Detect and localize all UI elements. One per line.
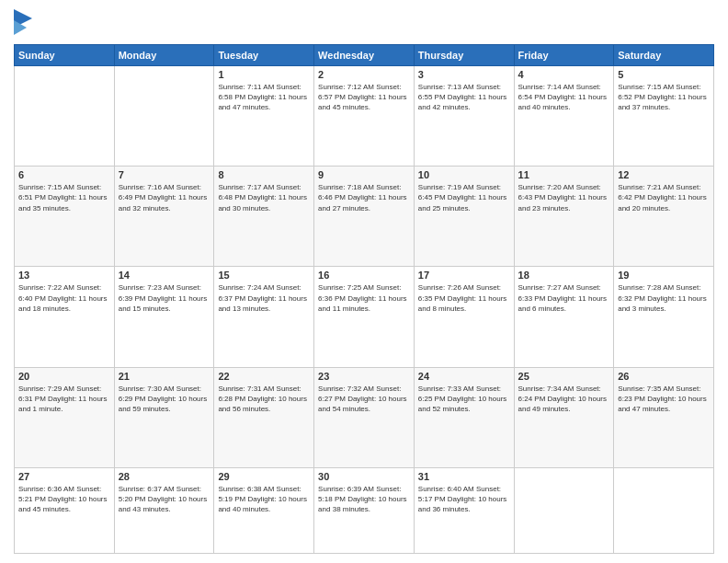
day-number: 21 <box>119 371 210 382</box>
cell-info: Sunrise: 7:26 AM Sunset: 6:35 PM Dayligh… <box>418 282 510 314</box>
day-number: 1 <box>218 69 310 80</box>
cell-info: Sunrise: 7:32 AM Sunset: 6:27 PM Dayligh… <box>318 384 410 415</box>
calendar-cell <box>514 467 614 553</box>
calendar-cell: 24Sunrise: 7:33 AM Sunset: 6:25 PM Dayli… <box>414 367 514 467</box>
logo-icon <box>14 9 32 37</box>
calendar-cell: 4Sunrise: 7:14 AM Sunset: 6:54 PM Daylig… <box>514 66 614 167</box>
day-number: 30 <box>318 471 410 482</box>
calendar-cell: 14Sunrise: 7:23 AM Sunset: 6:39 PM Dayli… <box>114 267 214 367</box>
calendar-cell: 26Sunrise: 7:35 AM Sunset: 6:23 PM Dayli… <box>614 367 714 467</box>
calendar-cell: 11Sunrise: 7:20 AM Sunset: 6:43 PM Dayli… <box>514 167 614 267</box>
calendar-cell: 25Sunrise: 7:34 AM Sunset: 6:24 PM Dayli… <box>514 367 614 467</box>
calendar-week-row: 20Sunrise: 7:29 AM Sunset: 6:31 PM Dayli… <box>15 367 714 467</box>
day-number: 24 <box>418 371 510 382</box>
day-number: 26 <box>618 371 710 382</box>
calendar-week-row: 27Sunrise: 6:36 AM Sunset: 5:21 PM Dayli… <box>15 467 714 553</box>
day-number: 9 <box>318 169 410 180</box>
calendar-header-monday: Monday <box>114 45 214 66</box>
calendar-cell <box>15 66 115 167</box>
cell-info: Sunrise: 7:18 AM Sunset: 6:46 PM Dayligh… <box>318 182 410 213</box>
calendar-cell: 23Sunrise: 7:32 AM Sunset: 6:27 PM Dayli… <box>314 367 415 467</box>
day-number: 10 <box>418 169 510 180</box>
calendar-cell: 19Sunrise: 7:28 AM Sunset: 6:32 PM Dayli… <box>614 267 714 367</box>
calendar-cell <box>114 66 214 167</box>
day-number: 15 <box>218 270 310 281</box>
day-number: 18 <box>518 270 610 281</box>
cell-info: Sunrise: 7:22 AM Sunset: 6:40 PM Dayligh… <box>18 282 110 314</box>
cell-info: Sunrise: 7:20 AM Sunset: 6:43 PM Dayligh… <box>518 182 610 213</box>
day-number: 29 <box>218 471 310 482</box>
calendar-cell: 21Sunrise: 7:30 AM Sunset: 6:29 PM Dayli… <box>114 367 214 467</box>
calendar-header-row: SundayMondayTuesdayWednesdayThursdayFrid… <box>15 45 714 66</box>
header <box>14 9 714 37</box>
day-number: 16 <box>318 270 410 281</box>
calendar-cell: 10Sunrise: 7:19 AM Sunset: 6:45 PM Dayli… <box>414 167 514 267</box>
logo <box>14 9 36 37</box>
cell-info: Sunrise: 7:33 AM Sunset: 6:25 PM Dayligh… <box>418 384 510 415</box>
cell-info: Sunrise: 7:29 AM Sunset: 6:31 PM Dayligh… <box>18 384 110 415</box>
day-number: 20 <box>18 371 110 382</box>
calendar-cell: 7Sunrise: 7:16 AM Sunset: 6:49 PM Daylig… <box>114 167 214 267</box>
day-number: 13 <box>18 270 110 281</box>
cell-info: Sunrise: 7:19 AM Sunset: 6:45 PM Dayligh… <box>418 182 510 213</box>
cell-info: Sunrise: 7:15 AM Sunset: 6:51 PM Dayligh… <box>18 182 110 213</box>
cell-info: Sunrise: 7:16 AM Sunset: 6:49 PM Dayligh… <box>119 182 210 213</box>
cell-info: Sunrise: 7:13 AM Sunset: 6:55 PM Dayligh… <box>418 82 510 113</box>
calendar-header-wednesday: Wednesday <box>314 45 415 66</box>
calendar-cell: 3Sunrise: 7:13 AM Sunset: 6:55 PM Daylig… <box>414 66 514 167</box>
cell-info: Sunrise: 7:21 AM Sunset: 6:42 PM Dayligh… <box>618 182 710 213</box>
day-number: 27 <box>18 471 110 482</box>
day-number: 2 <box>318 69 410 80</box>
cell-info: Sunrise: 7:24 AM Sunset: 6:37 PM Dayligh… <box>218 282 310 314</box>
day-number: 8 <box>218 169 310 180</box>
calendar-cell: 6Sunrise: 7:15 AM Sunset: 6:51 PM Daylig… <box>15 167 115 267</box>
calendar-cell: 16Sunrise: 7:25 AM Sunset: 6:36 PM Dayli… <box>314 267 415 367</box>
cell-info: Sunrise: 7:30 AM Sunset: 6:29 PM Dayligh… <box>119 384 210 415</box>
calendar-cell: 12Sunrise: 7:21 AM Sunset: 6:42 PM Dayli… <box>614 167 714 267</box>
calendar-week-row: 6Sunrise: 7:15 AM Sunset: 6:51 PM Daylig… <box>15 167 714 267</box>
cell-info: Sunrise: 6:37 AM Sunset: 5:20 PM Dayligh… <box>119 484 210 515</box>
cell-info: Sunrise: 7:31 AM Sunset: 6:28 PM Dayligh… <box>218 384 310 415</box>
cell-info: Sunrise: 6:36 AM Sunset: 5:21 PM Dayligh… <box>18 484 110 515</box>
day-number: 28 <box>119 471 210 482</box>
calendar-cell: 8Sunrise: 7:17 AM Sunset: 6:48 PM Daylig… <box>214 167 314 267</box>
day-number: 22 <box>218 371 310 382</box>
calendar-cell: 27Sunrise: 6:36 AM Sunset: 5:21 PM Dayli… <box>15 467 115 553</box>
day-number: 3 <box>418 69 510 80</box>
cell-info: Sunrise: 7:34 AM Sunset: 6:24 PM Dayligh… <box>518 384 610 415</box>
calendar-cell: 31Sunrise: 6:40 AM Sunset: 5:17 PM Dayli… <box>414 467 514 553</box>
cell-info: Sunrise: 7:15 AM Sunset: 6:52 PM Dayligh… <box>618 82 710 113</box>
cell-info: Sunrise: 7:11 AM Sunset: 6:58 PM Dayligh… <box>218 82 310 113</box>
calendar-cell: 2Sunrise: 7:12 AM Sunset: 6:57 PM Daylig… <box>314 66 415 167</box>
calendar-cell: 1Sunrise: 7:11 AM Sunset: 6:58 PM Daylig… <box>214 66 314 167</box>
day-number: 25 <box>518 371 610 382</box>
cell-info: Sunrise: 6:39 AM Sunset: 5:18 PM Dayligh… <box>318 484 410 515</box>
calendar-cell: 13Sunrise: 7:22 AM Sunset: 6:40 PM Dayli… <box>15 267 115 367</box>
cell-info: Sunrise: 7:25 AM Sunset: 6:36 PM Dayligh… <box>318 282 410 314</box>
day-number: 7 <box>119 169 210 180</box>
calendar-header-saturday: Saturday <box>614 45 714 66</box>
day-number: 6 <box>18 169 110 180</box>
calendar-cell <box>614 467 714 553</box>
day-number: 17 <box>418 270 510 281</box>
cell-info: Sunrise: 6:40 AM Sunset: 5:17 PM Dayligh… <box>418 484 510 515</box>
day-number: 14 <box>119 270 210 281</box>
calendar-cell: 15Sunrise: 7:24 AM Sunset: 6:37 PM Dayli… <box>214 267 314 367</box>
cell-info: Sunrise: 7:12 AM Sunset: 6:57 PM Dayligh… <box>318 82 410 113</box>
day-number: 5 <box>618 69 710 80</box>
day-number: 19 <box>618 270 710 281</box>
calendar-table: SundayMondayTuesdayWednesdayThursdayFrid… <box>14 44 714 554</box>
cell-info: Sunrise: 7:27 AM Sunset: 6:33 PM Dayligh… <box>518 282 610 314</box>
calendar-header-thursday: Thursday <box>414 45 514 66</box>
calendar-header-tuesday: Tuesday <box>214 45 314 66</box>
day-number: 4 <box>518 69 610 80</box>
calendar-cell: 30Sunrise: 6:39 AM Sunset: 5:18 PM Dayli… <box>314 467 415 553</box>
calendar-cell: 9Sunrise: 7:18 AM Sunset: 6:46 PM Daylig… <box>314 167 415 267</box>
calendar-cell: 5Sunrise: 7:15 AM Sunset: 6:52 PM Daylig… <box>614 66 714 167</box>
calendar-header-sunday: Sunday <box>15 45 115 66</box>
cell-info: Sunrise: 7:23 AM Sunset: 6:39 PM Dayligh… <box>119 282 210 314</box>
cell-info: Sunrise: 7:17 AM Sunset: 6:48 PM Dayligh… <box>218 182 310 213</box>
cell-info: Sunrise: 7:14 AM Sunset: 6:54 PM Dayligh… <box>518 82 610 113</box>
cell-info: Sunrise: 7:28 AM Sunset: 6:32 PM Dayligh… <box>618 282 710 314</box>
cell-info: Sunrise: 7:35 AM Sunset: 6:23 PM Dayligh… <box>618 384 710 415</box>
